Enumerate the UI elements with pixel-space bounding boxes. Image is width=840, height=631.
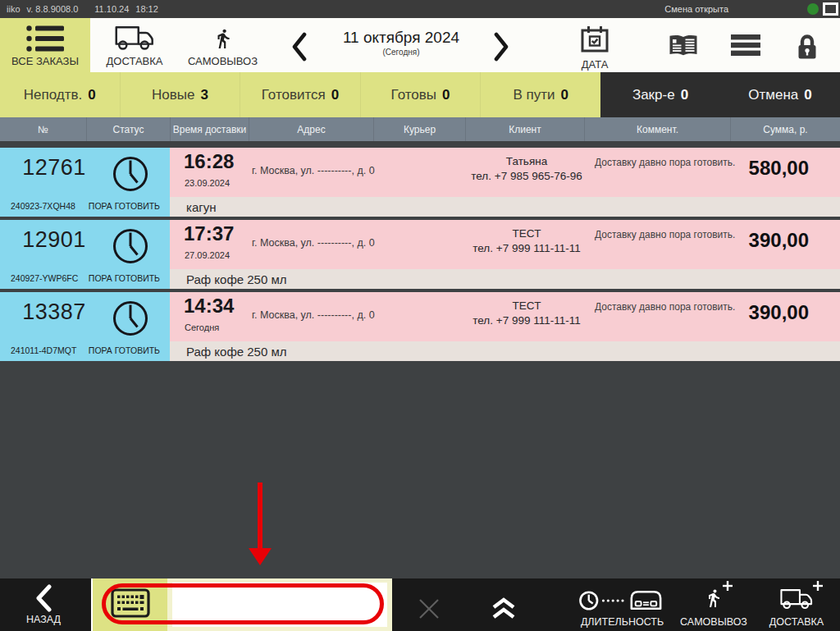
order-address: г. Москва, ул. ----------, д. 0 bbox=[252, 309, 375, 321]
column-header-number: № bbox=[0, 117, 86, 141]
delivery-time: 14:34 bbox=[184, 295, 234, 318]
order-comment: Доставку давно пора готовить. bbox=[595, 228, 736, 242]
order-address: г. Москва, ул. ----------, д. 0 bbox=[252, 165, 375, 176]
order-row-13387[interactable]: 13387 241011-4D7MQT ПОРА ГОТОВИТЬ 14:34 … bbox=[0, 292, 840, 361]
client-name: ТЕСТ bbox=[441, 299, 613, 313]
filter-tab-on-way[interactable]: В пути 0 bbox=[480, 72, 600, 117]
date-next-button[interactable] bbox=[489, 31, 514, 62]
system-time: 18:12 bbox=[135, 4, 158, 14]
filter-label: Закр-е bbox=[632, 87, 675, 103]
tab-all-orders-label: ВСЕ ЗАКАЗЫ bbox=[11, 55, 79, 67]
column-header-courier: Курьер bbox=[373, 117, 465, 141]
phone-search-field bbox=[167, 578, 392, 631]
order-items-text: кагун bbox=[186, 200, 217, 214]
system-titlebar: iiko v. 8.8.9008.0 11.10.24 18:12 Смена … bbox=[0, 0, 840, 18]
filter-tab-new[interactable]: Новые 3 bbox=[120, 72, 240, 117]
menu-button[interactable] bbox=[730, 33, 761, 57]
client-name: Татьяна bbox=[441, 154, 613, 169]
filter-tab-unconfirmed[interactable]: Неподтв. 0 bbox=[0, 72, 120, 117]
lock-button[interactable] bbox=[794, 33, 820, 61]
phone-search-input[interactable] bbox=[172, 583, 387, 627]
order-items-cell: Раф кофе 250 мл bbox=[170, 269, 840, 289]
journal-button[interactable] bbox=[666, 33, 701, 59]
order-main-cell: 17:37 27.09.2024 г. Москва, ул. --------… bbox=[170, 220, 840, 269]
order-items-cell: Раф кофе 250 мл bbox=[170, 341, 840, 361]
delivery-date: 23.09.2024 bbox=[185, 178, 230, 188]
status-filterbar: Неподтв. 0 Новые 3 Готовится 0 Готовы 0 … bbox=[0, 72, 840, 117]
order-client: ТЕСТ тел. +7 999 111-11-11 bbox=[441, 299, 613, 327]
back-button[interactable]: НАЗАД bbox=[0, 578, 87, 631]
collapse-panel-icon[interactable] bbox=[491, 597, 517, 620]
tab-delivery-label: ДОСТАВКА bbox=[107, 55, 163, 67]
bottom-actionbar: НАЗАД bbox=[0, 578, 840, 631]
delivery-date: Сегодня bbox=[185, 322, 219, 332]
tab-delivery[interactable]: ДОСТАВКА bbox=[90, 18, 179, 72]
window-restore-icon[interactable] bbox=[823, 2, 838, 16]
order-row-12901[interactable]: 12901 240927-YWP6FC ПОРА ГОТОВИТЬ 17:37 … bbox=[0, 220, 840, 289]
orders-list-icon bbox=[26, 23, 64, 54]
order-status-label: ПОРА ГОТОВИТЬ bbox=[89, 201, 160, 211]
filter-group-closed: Закр-е 0 Отмена 0 bbox=[600, 72, 840, 117]
keyboard-icon bbox=[111, 588, 150, 621]
order-sum: 390,00 bbox=[749, 229, 809, 252]
column-header-sum: Сумма, р. bbox=[730, 117, 840, 141]
tab-pickup[interactable]: САМОВЫВОЗ bbox=[179, 18, 267, 72]
clock-status-icon bbox=[112, 299, 149, 337]
app-name: iiko bbox=[7, 4, 21, 14]
column-header-client: Клиент bbox=[465, 117, 584, 141]
date-picker-button[interactable]: ДАТА bbox=[572, 23, 618, 71]
filter-count: 0 bbox=[681, 87, 688, 103]
delivery-date: 27.09.2024 bbox=[185, 250, 230, 260]
filter-count: 0 bbox=[442, 87, 450, 103]
delivery-time: 16:28 bbox=[184, 150, 234, 173]
filter-tab-ready[interactable]: Готовы 0 bbox=[360, 72, 481, 117]
order-id-cell: 12761 240923-7XQH48 ПОРА ГОТОВИТЬ bbox=[0, 148, 170, 217]
order-client: Татьяна тел. +7 985 965-76-96 bbox=[441, 154, 613, 183]
filter-count: 0 bbox=[560, 87, 568, 103]
plus-icon bbox=[812, 580, 824, 595]
order-row-12761[interactable]: 12761 240923-7XQH48 ПОРА ГОТОВИТЬ 16:28 … bbox=[0, 148, 840, 217]
date-subtitle: (Сегодня) bbox=[325, 48, 477, 57]
clock-status-icon bbox=[112, 227, 149, 265]
filter-tab-preparing[interactable]: Готовится 0 bbox=[240, 72, 360, 117]
filter-label: Новые bbox=[152, 87, 194, 103]
filter-group-active: Неподтв. 0 Новые 3 Готовится 0 Готовы 0 … bbox=[0, 72, 600, 117]
filter-tab-cancelled[interactable]: Отмена 0 bbox=[720, 72, 840, 117]
filter-tab-closed[interactable]: Закр-е 0 bbox=[600, 72, 720, 117]
order-number: 13387 bbox=[0, 299, 108, 325]
order-address: г. Москва, ул. ----------, д. 0 bbox=[252, 237, 375, 249]
annotation-arrow-head bbox=[249, 548, 272, 565]
filter-label: Готовится bbox=[262, 87, 326, 103]
connection-status-icon bbox=[807, 3, 819, 15]
column-header-comment: Коммент. bbox=[584, 117, 730, 141]
calendar-check-icon bbox=[580, 25, 609, 57]
new-delivery-button[interactable]: ДОСТАВКА bbox=[748, 584, 840, 628]
keyboard-toggle-button[interactable] bbox=[91, 578, 167, 631]
system-date: 11.10.24 bbox=[94, 4, 129, 14]
iiko-delivery-screen: iiko v. 8.8.9008.0 11.10.24 18:12 Смена … bbox=[0, 0, 840, 631]
filter-count: 0 bbox=[88, 87, 95, 103]
order-comment: Доставку давно пора готовить. bbox=[595, 300, 736, 314]
order-id-cell: 12901 240927-YWP6FC ПОРА ГОТОВИТЬ bbox=[0, 220, 170, 289]
filter-label: Неподтв. bbox=[24, 87, 82, 103]
annotation-arrow-line bbox=[258, 482, 262, 550]
date-title: 11 октября 2024 bbox=[325, 29, 477, 47]
filter-count: 3 bbox=[200, 87, 208, 103]
shift-status: Смена открыта bbox=[664, 4, 728, 14]
order-main-cell: 14:34 Сегодня г. Москва, ул. ----------,… bbox=[170, 292, 840, 341]
order-sum: 390,00 bbox=[749, 301, 809, 324]
order-items-text: Раф кофе 250 мл bbox=[186, 272, 287, 286]
column-header-delivery-time: Время доставки bbox=[170, 117, 249, 141]
app-version: v. 8.8.9008.0 bbox=[27, 4, 79, 14]
current-date-display[interactable]: 11 октября 2024 (Сегодня) bbox=[325, 29, 477, 57]
orders-table-header: № Статус Время доставки Адрес Курьер Кли… bbox=[0, 117, 840, 141]
date-prev-button[interactable] bbox=[287, 31, 312, 62]
tab-all-orders[interactable]: ВСЕ ЗАКАЗЫ bbox=[0, 18, 90, 72]
client-phone: тел. +7 999 111-11-11 bbox=[441, 241, 613, 256]
order-sum: 580,00 bbox=[749, 157, 809, 180]
clear-search-icon[interactable] bbox=[415, 595, 443, 623]
order-status-label: ПОРА ГОТОВИТЬ bbox=[89, 345, 160, 355]
pickup-add-icon bbox=[704, 586, 724, 614]
order-id-cell: 13387 241011-4D7MQT ПОРА ГОТОВИТЬ bbox=[0, 292, 170, 361]
back-button-label: НАЗАД bbox=[26, 614, 61, 625]
